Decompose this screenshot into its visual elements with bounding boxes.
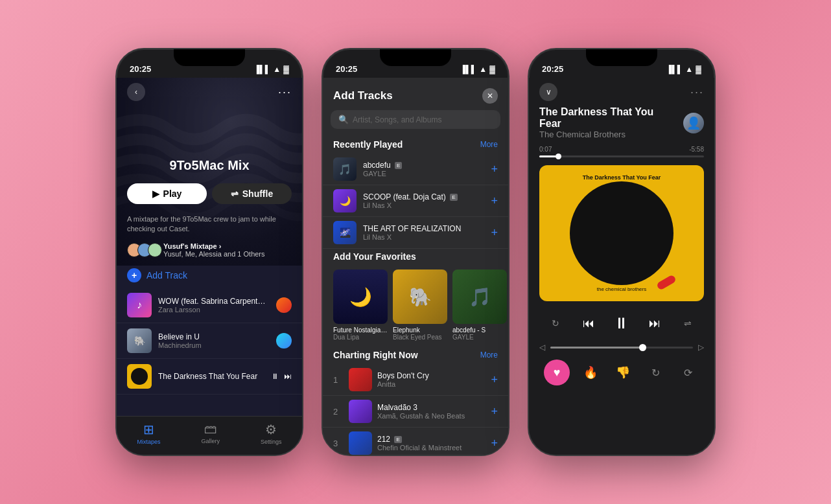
track-item-wow[interactable]: ♪ WOW (feat. Sabrina Carpenter) [Re... Z… (117, 288, 302, 323)
recent-track-art[interactable]: 🌌 THE ART OF REALIZATION Lil Nas X + (323, 217, 508, 249)
track-artist-believe: Machinedrum (158, 341, 270, 349)
fav-thumb-2: 🐘 (393, 269, 447, 324)
status-icons-2: ▐▌▌ ▲ ▓ (460, 65, 495, 74)
nav-mixtapes[interactable]: ⊞ Mixtapes (137, 422, 160, 445)
mixtape-name[interactable]: Yusuf's Mixtape › (163, 242, 221, 250)
playback-buttons: ▶ Play ⇌ Shuffle (117, 183, 302, 212)
fav-title-3: abcdefu - S (452, 326, 507, 334)
battery-icon: ▓ (283, 65, 289, 74)
phone-2: 20:25 ▐▌▌ ▲ ▓ Add Tracks ✕ 🔍 Artist, Son… (322, 48, 509, 456)
chart-info-1: Boys Don't Cry Anitta (377, 371, 486, 388)
chart-thumb-3 (349, 431, 372, 455)
recent-name-scoop: SCOOP (feat. Doja Cat) E (363, 192, 484, 201)
chart-name-3: 212 E (377, 435, 486, 444)
track-name-wow: WOW (feat. Sabrina Carpenter) [Re... (158, 297, 270, 306)
phone1-content: ‹ ··· 9To5Mac Mix ▶ Play ⇌ Shuffle A mix… (117, 78, 302, 455)
play-button[interactable]: ▶ Play (127, 183, 207, 204)
notch-1 (174, 49, 245, 66)
add-track-row[interactable]: + Add Track (117, 263, 302, 288)
search-placeholder: Artist, Songs, and Albums (353, 115, 441, 124)
explicit-badge-1: E (395, 162, 402, 169)
recent-name-art: THE ART OF REALIZATION (363, 224, 484, 233)
song-text-area: The Darkness That You Fear The Chemical … (539, 106, 678, 139)
art-art: 🌌 (340, 227, 351, 238)
fav-item-3[interactable]: 🎵 abcdefu - S GAYLE (452, 269, 507, 341)
add-plus-art[interactable]: + (491, 226, 498, 240)
fav-2-art: 🐘 (409, 286, 432, 308)
track-controls-believe (276, 333, 292, 349)
nav-settings[interactable]: ⚙ Settings (261, 422, 282, 445)
remaining-time: -5:58 (689, 146, 704, 153)
prev-button[interactable]: ⏮ (577, 312, 600, 335)
chart-info-3: 212 E Chefin Oficial & Mainstreet (377, 435, 486, 452)
nav-gallery[interactable]: 🗃 Gallery (201, 422, 220, 444)
thumbdown-button[interactable]: 👎 (611, 361, 635, 384)
progress-area: 0:07 -5:58 (529, 143, 714, 160)
chart-row-2[interactable]: 2 Malvadão 3 Xamã, Gustah & Neo Beats + (323, 396, 508, 428)
track-controls-wow (276, 297, 292, 313)
heart-button[interactable]: ♥ (544, 360, 570, 385)
chart-artist-3: Chefin Oficial & Mainstreet (377, 444, 486, 452)
recent-track-scoop[interactable]: 🌙 SCOOP (feat. Doja Cat) E Lil Nas X + (323, 185, 508, 217)
chevron-down-button[interactable]: ∨ (539, 83, 557, 101)
signal-icon-3: ▐▌▌ (666, 65, 683, 74)
prev-icon: ⏮ (583, 317, 594, 330)
status-time-3: 20:25 (542, 64, 563, 74)
song-title: The Darkness That You Fear (539, 106, 678, 130)
nav-settings-label: Settings (261, 439, 282, 445)
fav-title-2: Elephunk (393, 326, 447, 334)
modal-close-button[interactable]: ✕ (482, 88, 498, 104)
volume-high-icon: ▷ (698, 343, 704, 352)
phone2-content: Add Tracks ✕ 🔍 Artist, Songs, and Albums… (323, 78, 508, 455)
progress-bar[interactable] (539, 155, 704, 157)
chart-plus-3[interactable]: + (491, 437, 498, 450)
phone-3: 20:25 ▐▌▌ ▲ ▓ ∨ ··· The Darkness That Yo… (528, 48, 716, 456)
signal-icon-2: ▐▌▌ (460, 65, 477, 74)
track-thumb-believe: 🐘 (127, 328, 152, 353)
bottom-navigation: ⊞ Mixtapes 🗃 Gallery ⚙ Settings (117, 416, 302, 455)
more-button[interactable]: ··· (278, 86, 292, 99)
notch-3 (586, 49, 657, 66)
phone-1: 20:25 ▐▌▌ ▲ ▓ ‹ ··· 9To5Mac Mix (115, 48, 303, 456)
repeat2-button[interactable]: ↻ (644, 361, 667, 384)
add-plus-scoop[interactable]: + (491, 194, 498, 208)
track-item-darkness[interactable]: The Darkness That You Fear ⏸ ⏭ (117, 359, 302, 395)
chart-row-3[interactable]: 3 212 E Chefin Oficial & Mainstreet + (323, 428, 508, 455)
chart-thumb-1 (349, 368, 372, 391)
recently-played-more[interactable]: More (480, 140, 498, 149)
repeat-button[interactable]: ↻ (544, 312, 567, 335)
next-button[interactable]: ⏭ (643, 312, 666, 335)
back-button[interactable]: ‹ (127, 83, 145, 101)
fav-artist-1: Dua Lipa (333, 334, 388, 341)
volume-track[interactable] (550, 347, 693, 349)
fav-item-2[interactable]: 🐘 Elephunk Black Eyed Peas (393, 269, 447, 341)
mini-pause-icon[interactable]: ⏸ (271, 372, 279, 381)
shuffle-button[interactable]: ⇌ Shuffle (212, 183, 292, 204)
chart-plus-1[interactable]: + (491, 373, 498, 387)
charting-title: Charting Right Now (333, 350, 418, 360)
search-icon: 🔍 (338, 115, 349, 124)
recent-thumb-art: 🌌 (333, 221, 357, 244)
track-item-believe[interactable]: 🐘 Believe in U Machinedrum (117, 323, 302, 359)
search-bar[interactable]: 🔍 Artist, Songs, and Albums (331, 110, 500, 129)
recent-info-art: THE ART OF REALIZATION Lil Nas X (363, 224, 484, 241)
add-plus-abcdefu[interactable]: + (491, 163, 498, 176)
fav-item-1[interactable]: 🌙 Future Nostalgia (..) Dua Lipa (333, 269, 388, 341)
recent-info-abcdefu: abcdefu E GAYLE (363, 161, 484, 178)
track-name-darkness: The Darkness That You Fear (158, 372, 264, 381)
status-time-1: 20:25 (130, 64, 151, 74)
collaborators-row: Yusuf's Mixtape › Yusuf, Me, Alessia and… (117, 240, 302, 263)
mixtapes-icon: ⊞ (143, 422, 154, 437)
chart-row-1[interactable]: 1 Boys Don't Cry Anitta + (323, 364, 508, 396)
mini-skip-icon[interactable]: ⏭ (284, 372, 292, 381)
fire-button[interactable]: 🔥 (579, 361, 602, 384)
history-button[interactable]: ⟳ (676, 361, 699, 384)
chart-plus-2[interactable]: + (491, 405, 498, 418)
charting-more[interactable]: More (480, 350, 498, 360)
fav-artist-3: GAYLE (452, 334, 507, 341)
pause-button[interactable]: ⏸ (610, 312, 633, 335)
shuffle-button-p3[interactable]: ⇌ (676, 312, 699, 335)
more-options-button[interactable]: ··· (690, 86, 704, 99)
wow-art: ♪ (137, 299, 142, 311)
recent-track-abcdefu[interactable]: 🎵 abcdefu E GAYLE + (323, 154, 508, 185)
